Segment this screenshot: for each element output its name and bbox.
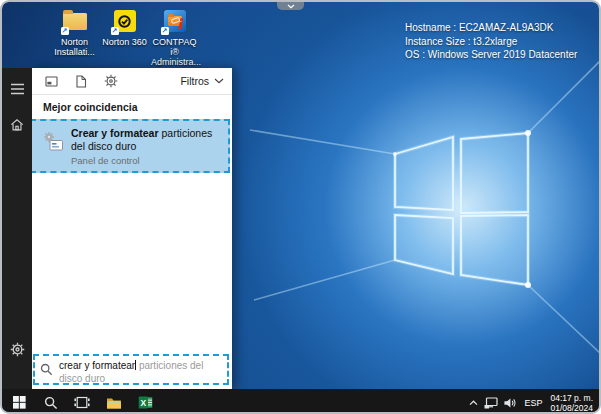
chevron-down-icon (214, 78, 224, 84)
file-explorer-button[interactable] (98, 389, 130, 414)
connection-bar-tab[interactable] (277, 2, 304, 10)
file-explorer-folder-icon (106, 396, 122, 410)
apps-icon (45, 75, 58, 88)
taskbar-left: X (2, 389, 160, 414)
speaker-icon (503, 397, 517, 409)
best-match-title: Crear y formatear particiones del disco … (71, 127, 222, 153)
desktop-icon-label: Norton 360 (101, 37, 148, 47)
volume-tray-button[interactable] (500, 389, 519, 414)
desktop-icon-norton-360[interactable]: ↗ Norton 360 (101, 8, 148, 67)
task-view-icon (74, 396, 90, 409)
home-icon (10, 118, 24, 132)
shortcut-arrow-icon: ↗ (111, 27, 119, 35)
show-hidden-icons-button[interactable] (465, 389, 481, 414)
rail-settings-button[interactable] (2, 334, 32, 364)
excel-button[interactable]: X (130, 389, 160, 414)
host-info-hostname: Hostname : EC2AMAZ-AL9A3DK (405, 21, 577, 35)
search-input[interactable]: crear y formatear particiones del disco … (33, 354, 229, 385)
svg-text:X: X (140, 398, 146, 408)
header-divider (32, 94, 232, 95)
excel-icon: X (138, 395, 153, 410)
search-icon (44, 396, 58, 410)
settings-filter-button[interactable] (104, 74, 118, 88)
documents-filter-button[interactable] (74, 74, 88, 88)
clock[interactable]: 04:17 p. m. 01/08/2024 (547, 393, 599, 413)
control-panel-icon (42, 131, 64, 153)
clock-time: 04:17 p. m. (550, 393, 593, 403)
filters-label: Filtros (180, 75, 209, 87)
desktop-icon-label: NortonInstallati... (51, 37, 98, 57)
host-info-instance-size: Instance Size : t3.2xlarge (405, 35, 577, 49)
screenshot-frame: Hostname : EC2AMAZ-AL9A3DK Instance Size… (0, 0, 601, 414)
desktop-icon-label: CONTPAQ i®Administra... (151, 37, 198, 67)
shortcut-arrow-icon: ↗ (161, 27, 169, 35)
taskbar: X (2, 389, 599, 414)
windows-logo-icon (13, 396, 26, 409)
chevron-up-icon (469, 400, 478, 406)
search-flyout-rail (2, 68, 32, 389)
desktop-icon-contpaq[interactable]: ↗ CONTPAQ i®Administra... (151, 8, 198, 67)
search-icon (40, 363, 53, 376)
home-button[interactable] (2, 110, 32, 140)
language-indicator[interactable]: ESP (519, 389, 547, 414)
taskbar-search-button[interactable] (36, 389, 66, 414)
gear-icon (104, 74, 118, 88)
chevron-down-icon (287, 4, 295, 9)
start-button[interactable] (2, 389, 36, 414)
gear-icon (10, 342, 25, 357)
search-input-text: crear y formatear particiones del disco … (59, 360, 221, 385)
best-match-item[interactable]: Crear y formatear particiones del disco … (30, 119, 230, 173)
desktop-icon-norton-installation-files[interactable]: ↗ NortonInstallati... (51, 8, 98, 67)
host-info: Hostname : EC2AMAZ-AL9A3DK Instance Size… (405, 21, 577, 62)
search-flyout-panel: Filtros Mejor coincidencia Crear y for (32, 68, 232, 389)
system-tray: ESP 04:17 p. m. 01/08/2024 (465, 389, 599, 414)
best-match-subtitle: Panel de control (71, 155, 222, 166)
apps-filter-button[interactable] (44, 74, 58, 88)
clock-date: 01/08/2024 (550, 403, 593, 413)
host-info-os: OS : Windows Server 2019 Datacenter (405, 48, 577, 62)
task-view-button[interactable] (66, 389, 98, 414)
hamburger-icon (10, 83, 25, 95)
document-icon (75, 75, 87, 88)
hamburger-menu-button[interactable] (2, 74, 32, 104)
shortcut-arrow-icon: ↗ (61, 27, 69, 35)
filters-dropdown[interactable]: Filtros (180, 75, 224, 87)
search-filters-bar: Filtros (32, 68, 232, 94)
desktop-icons: ↗ NortonInstallati... ↗ (51, 8, 201, 67)
search-typed-text: crear y formatear (59, 360, 135, 371)
network-icon (484, 397, 498, 409)
best-match-text: Crear y formatear particiones del disco … (71, 127, 222, 166)
best-match-section-header: Mejor coincidencia (43, 101, 138, 113)
network-tray-button[interactable] (481, 389, 500, 414)
